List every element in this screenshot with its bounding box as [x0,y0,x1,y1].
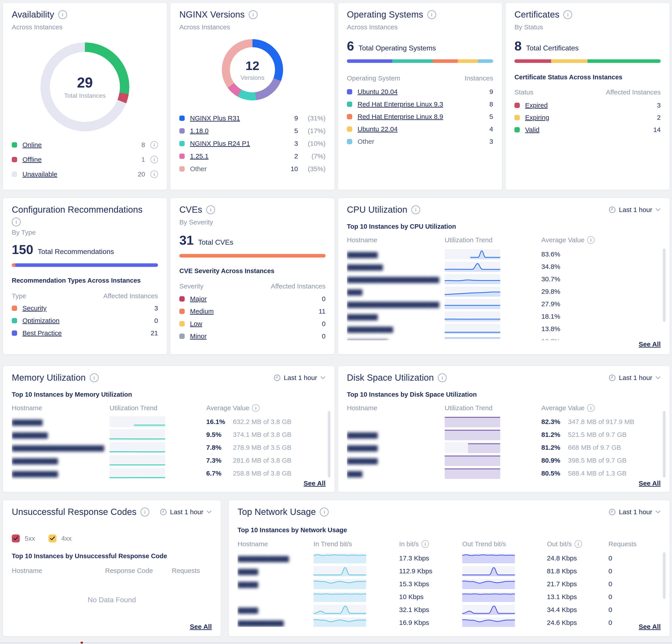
version-link[interactable]: 1.18.0 [190,127,289,135]
hostname-link-blurred[interactable]: ▆▆▆▆▆▆▆▆▆▆▆▆▆▆▆▆▆▆ [347,275,439,283]
info-icon[interactable] [141,508,149,516]
info-icon[interactable] [58,10,67,19]
disk-row: 82.3% 347.8 MB of 917.9 MB [347,415,656,428]
version-link[interactable]: NGINX Plus R24 P1 [190,140,289,147]
disk-detail-value: 521.5 MB of 9.7 GB [568,431,656,439]
best-practice-link[interactable]: Best Practice [22,329,145,337]
version-pct: (10%) [303,140,326,147]
hostname-link-blurred[interactable]: ▆▆▆▆ [238,580,258,588]
info-icon[interactable] [411,205,420,214]
offline-link[interactable]: Offline [22,156,136,163]
info-icon[interactable] [151,156,158,163]
filter-4xx-checkbox[interactable]: 4xx [48,535,72,542]
hostname-link-blurred[interactable]: ▆▆▆▆▆▆ [347,250,377,258]
chevron-down-icon [206,510,212,514]
hostname-link-blurred[interactable]: ▆▆▆▆▆▆ [347,312,377,320]
info-icon[interactable] [252,404,260,412]
hostname-link-blurred[interactable]: ▆▆▆▆▆▆▆▆▆ [12,469,58,477]
hostname-link-blurred[interactable]: ▆▆▆▆▆▆▆▆▆ [238,619,284,627]
time-range-dropdown[interactable]: Last 1 hour [160,508,212,516]
os-link[interactable]: Red Hat Enterprise Linux 8.9 [358,113,484,120]
info-icon[interactable] [12,217,21,226]
cpu-sparkline [445,274,500,284]
info-icon[interactable] [427,10,436,19]
version-link[interactable]: NGINX Plus R31 [190,115,289,122]
scrollbar[interactable] [663,248,665,340]
scrollbar[interactable] [328,410,331,484]
hostname-link-blurred[interactable]: ▆▆▆▆▆▆▆▆ [347,337,388,340]
net-in-sparkline [314,579,366,589]
hostname-link-blurred[interactable]: ▆▆▆ [347,288,362,296]
security-link[interactable]: Security [22,305,149,312]
os-col-header: Operating System [347,74,400,82]
memory-detail-value: 258.8 MB of 3.8 GB [233,469,321,477]
hostname-link-blurred[interactable]: ▆▆▆▆ [238,567,258,575]
scrollbar[interactable] [663,552,665,627]
hostname-link-blurred[interactable]: ▆▆▆ [347,469,362,477]
info-icon[interactable] [563,10,572,19]
optimization-link[interactable]: Optimization [22,317,149,324]
info-icon[interactable] [206,205,215,214]
filter-5xx-checkbox[interactable]: 5xx [12,535,35,542]
hostname-link-blurred[interactable]: ▆▆▆▆▆▆ [347,443,377,452]
version-link[interactable]: 1.25.1 [190,153,289,160]
time-range-dropdown[interactable]: Last 1 hour [609,508,661,516]
info-icon[interactable] [587,236,595,244]
info-icon[interactable] [151,170,158,178]
info-icon[interactable] [438,373,447,382]
info-icon[interactable] [421,540,429,548]
hostname-link-blurred[interactable]: ▆▆▆▆ [238,606,258,614]
info-icon[interactable] [90,373,99,382]
hostname-link-blurred[interactable]: ▆▆▆▆▆▆ [347,456,377,464]
see-all-link[interactable]: See All [639,623,661,630]
info-icon[interactable] [587,404,595,412]
time-range-dropdown[interactable]: Last 1 hour [274,374,326,382]
unavailable-link[interactable]: Unavailable [22,170,132,178]
os-link[interactable]: Ubuntu 22.04 [358,125,484,133]
hostname-link-blurred[interactable]: ▆▆▆▆▆▆▆▆▆ [347,325,393,333]
see-all-link[interactable]: See All [190,623,212,630]
see-all-link[interactable]: See All [639,479,661,487]
scrollbar[interactable] [663,410,665,484]
valid-link[interactable]: Valid [525,126,648,133]
hostname-link-blurred[interactable]: ▆▆▆▆▆▆▆ [347,263,383,271]
avg-col-header: Average Value [206,404,249,412]
cves-card: CVEs By Severity 31 Total CVEs CVE Sever… [170,198,335,355]
major-link[interactable]: Major [190,295,316,303]
info-icon[interactable] [320,508,329,516]
info-icon[interactable] [249,10,257,19]
version-count: 3 [294,140,298,147]
version-chip [179,128,185,133]
online-link[interactable]: Online [22,141,136,149]
see-all-link[interactable]: See All [303,479,326,487]
time-range-dropdown[interactable]: Last 1 hour [609,374,661,382]
expired-link[interactable]: Expired [525,102,651,109]
hostname-link-blurred[interactable]: ▆▆▆▆▆▆▆ [12,431,48,439]
hostname-link-blurred[interactable]: ▆▆▆▆▆▆▆▆▆ [12,456,58,464]
minor-link[interactable]: Minor [190,332,316,340]
hostname-link-blurred[interactable]: ▆▆▆▆▆▆ [347,431,377,439]
hostname-link-blurred[interactable]: ▆▆▆▆▆▆▆▆▆▆▆▆▆▆▆▆▆▆ [347,300,439,308]
out-value: 24.6 Kbps [547,619,609,627]
os-count: 5 [489,113,493,120]
card-subtitle: By Status [514,23,543,31]
info-icon[interactable] [151,141,158,149]
version-chip [179,141,185,146]
see-all-link[interactable]: See All [639,341,661,348]
os-link[interactable]: Ubuntu 20.04 [358,88,484,96]
memory-detail-value: 632.2 MB of 3.8 GB [233,418,321,426]
info-icon[interactable] [574,540,582,548]
nginx-versions-card: NGINX Versions Across Instances 12 Versi… [170,3,335,190]
low-link[interactable]: Low [190,320,316,327]
hostname-link-blurred[interactable]: ▆▆▆▆▆▆▆▆▆▆▆▆▆▆▆▆▆▆ [12,443,104,452]
low-chip [179,321,185,326]
hostname-link-blurred[interactable]: ▆▆▆▆▆▆ [12,418,43,426]
medium-link[interactable]: Medium [190,308,313,315]
total-instances-number: 29 [77,74,93,91]
expiring-link[interactable]: Expiring [525,114,651,121]
cve-row: Medium 11 [179,305,326,318]
time-range-dropdown[interactable]: Last 1 hour [609,206,661,214]
hostname-link-blurred[interactable]: ▆▆▆▆▆▆▆▆▆▆ [238,554,289,562]
os-link[interactable]: Red Hat Enterprise Linux 9.3 [358,100,484,108]
card-subtitle: Across Instances [179,23,230,31]
